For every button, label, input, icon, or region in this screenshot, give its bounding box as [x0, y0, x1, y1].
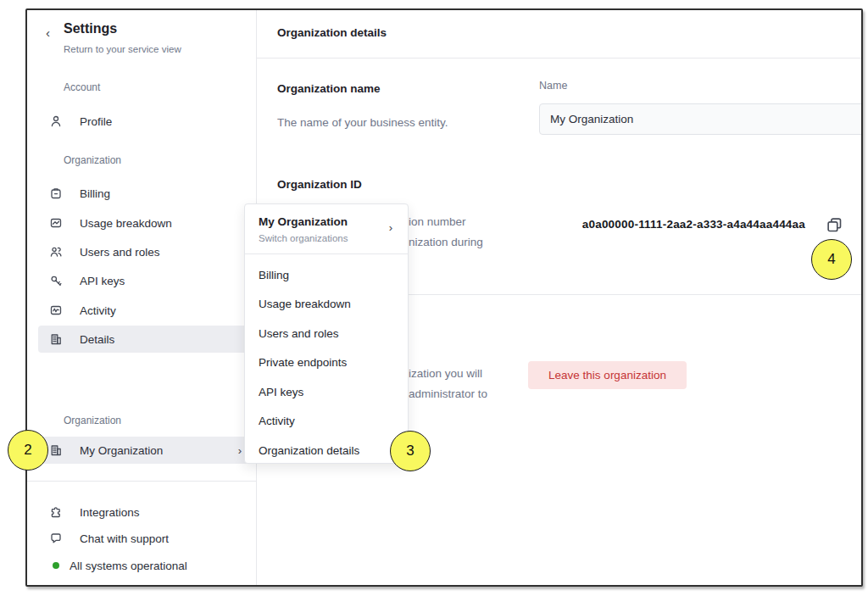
- key-icon: [49, 274, 63, 287]
- status-label: All systems operational: [70, 560, 250, 572]
- sidebar-item-api-keys[interactable]: API keys: [38, 267, 250, 294]
- sidebar-item-label: Usage breakdown: [80, 217, 250, 230]
- building-icon: [49, 332, 63, 346]
- sidebar-item-profile[interactable]: Profile: [38, 108, 250, 135]
- sidebar-item-label: Activity: [80, 304, 250, 317]
- dropdown-switch-label: Switch organizations: [259, 233, 348, 243]
- dropdown-item-organization-details[interactable]: Organization details: [245, 436, 408, 465]
- dropdown-divider: [245, 253, 408, 254]
- sidebar-item-chat-support[interactable]: Chat with support: [38, 525, 250, 552]
- sidebar-item-label: API keys: [80, 275, 250, 287]
- chart-line-icon: [49, 216, 63, 230]
- dropdown-item-activity[interactable]: Activity: [245, 407, 408, 437]
- org-name-input[interactable]: [539, 103, 863, 135]
- org-id-desc-fragment: ion number nization during: [409, 212, 483, 253]
- copy-icon[interactable]: [825, 216, 843, 235]
- org-name-section-desc: The name of your business entity.: [277, 116, 448, 129]
- dropdown-org-name[interactable]: My Organization: [259, 215, 348, 228]
- speech-bubble-icon: [49, 532, 63, 545]
- dropdown-item-users-roles[interactable]: Users and roles: [245, 319, 408, 348]
- sidebar-item-integrations[interactable]: Integrations: [38, 499, 250, 526]
- sidebar-item-label: My Organization: [80, 444, 221, 457]
- org-name-section-title: Organization name: [277, 82, 381, 95]
- annotation-badge-4: 4: [811, 239, 852, 280]
- org-id-value: a0a00000-1111-2aa2-a333-a4a44aa444aa: [502, 218, 805, 231]
- section-label-organization-2: Organization: [64, 415, 121, 426]
- dropdown-item-usage-breakdown[interactable]: Usage breakdown: [245, 290, 408, 320]
- annotation-badge-3: 3: [390, 431, 431, 471]
- sidebar-item-status[interactable]: All systems operational: [38, 552, 250, 579]
- sidebar-item-label: Chat with support: [80, 532, 250, 545]
- org-id-section-title: Organization ID: [277, 178, 362, 191]
- section-label-organization: Organization: [64, 154, 121, 166]
- back-icon[interactable]: ‹: [46, 25, 50, 40]
- app-window: ‹ Settings Return to your service view A…: [25, 8, 863, 587]
- name-field-label: Name: [539, 80, 567, 92]
- building-icon: [49, 443, 63, 457]
- sidebar-item-my-organization[interactable]: My Organization ›: [38, 437, 250, 464]
- sidebar-item-label: Profile: [80, 115, 250, 128]
- puzzle-icon: [49, 505, 63, 519]
- page-title: Settings: [64, 21, 117, 36]
- leave-organization-button[interactable]: Leave this organization: [528, 361, 687, 389]
- organization-dropdown-menu: My Organization Switch organizations › B…: [244, 203, 409, 464]
- dropdown-item-billing[interactable]: Billing: [245, 260, 408, 290]
- dropdown-items: Billing Usage breakdown Users and roles …: [245, 260, 408, 465]
- sidebar-item-users-roles[interactable]: Users and roles: [38, 238, 250, 265]
- status-green-dot-icon: [53, 562, 59, 569]
- person-icon: [49, 114, 63, 128]
- sidebar-item-billing[interactable]: Billing: [38, 180, 250, 207]
- dropdown-item-private-endpoints[interactable]: Private endpoints: [245, 348, 408, 378]
- annotation-badge-2: 2: [8, 430, 48, 471]
- chevron-right-icon: ›: [389, 221, 392, 234]
- people-icon: [49, 245, 63, 259]
- sidebar-item-label: Users and roles: [80, 246, 250, 259]
- sidebar-item-usage-breakdown[interactable]: Usage breakdown: [38, 209, 250, 237]
- screenshot-stage: ‹ Settings Return to your service view A…: [0, 0, 868, 596]
- leave-desc-fragment: ization you will administrator to: [409, 364, 487, 404]
- sidebar-item-label: Integrations: [80, 506, 250, 519]
- invoice-icon: [49, 187, 63, 200]
- pulse-icon: [49, 304, 63, 317]
- sidebar-divider: [27, 481, 257, 482]
- sidebar-item-details[interactable]: Details: [38, 326, 250, 353]
- dropdown-item-api-keys[interactable]: API keys: [245, 377, 408, 407]
- sidebar-item-label: Billing: [80, 187, 250, 200]
- back-link[interactable]: Return to your service view: [64, 44, 181, 54]
- section-label-account: Account: [64, 81, 100, 93]
- settings-sidebar: ‹ Settings Return to your service view A…: [27, 10, 257, 585]
- sidebar-item-label: Details: [80, 333, 250, 346]
- header-divider: [257, 58, 863, 58]
- content-header-title: Organization details: [277, 26, 387, 39]
- sidebar-item-activity[interactable]: Activity: [38, 297, 250, 324]
